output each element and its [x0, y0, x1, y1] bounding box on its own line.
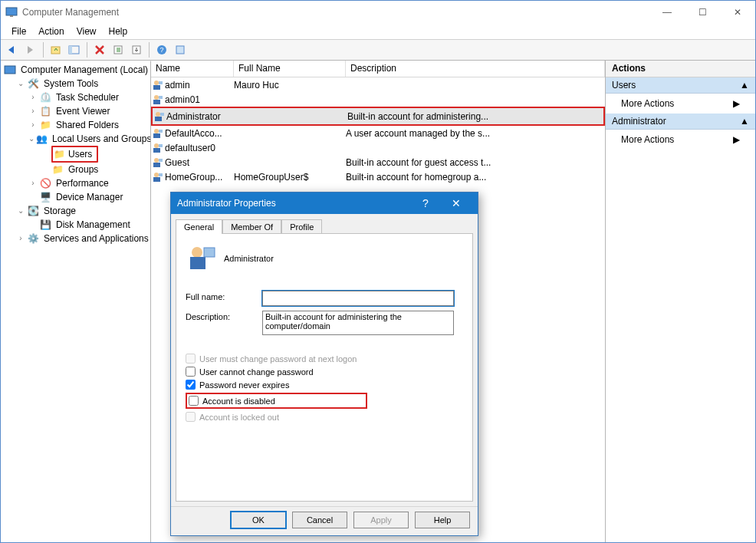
- svg-point-29: [154, 173, 159, 177]
- up-button[interactable]: [48, 41, 64, 58]
- help-button[interactable]: ?: [153, 41, 170, 58]
- properties-button[interactable]: [172, 41, 189, 58]
- col-description[interactable]: Description: [346, 61, 605, 77]
- user-icon: [151, 157, 165, 168]
- description-input[interactable]: [262, 311, 454, 335]
- actions-more-2[interactable]: More Actions▶: [606, 130, 755, 150]
- dialog-body: Administrator Full name: Description: Us…: [176, 233, 473, 502]
- fullname-input[interactable]: [262, 291, 454, 306]
- user-icon: [151, 80, 165, 90]
- user-icon: [186, 243, 216, 274]
- chevron-right-icon: ▶: [733, 134, 740, 145]
- ok-button[interactable]: OK: [231, 512, 286, 528]
- chevron-right-icon: ▶: [733, 98, 740, 109]
- close-button[interactable]: ✕: [720, 1, 755, 24]
- toolbar: ?: [1, 39, 755, 61]
- dialog-titlebar: Administrator Properties ? ✕: [171, 193, 478, 214]
- dialog-help-btn[interactable]: Help: [415, 512, 470, 528]
- menu-view[interactable]: View: [71, 25, 103, 38]
- dialog-help-button[interactable]: ?: [410, 197, 441, 209]
- user-row[interactable]: defaultuser0: [151, 140, 605, 155]
- tree-shared-folders[interactable]: ›📁Shared Folders: [28, 118, 150, 132]
- menu-file[interactable]: File: [5, 25, 32, 38]
- svg-rect-13: [159, 81, 163, 84]
- tree-users[interactable]: 📁Users: [41, 146, 150, 163]
- user-icon: [153, 111, 166, 122]
- tree-performance[interactable]: ›🚫Performance: [28, 176, 150, 190]
- col-fullname[interactable]: Full Name: [234, 61, 346, 77]
- svg-text:?: ?: [159, 46, 163, 54]
- svg-rect-30: [153, 177, 160, 182]
- svg-rect-27: [153, 163, 160, 167]
- delete-button[interactable]: [91, 41, 108, 58]
- user-row[interactable]: GuestBuilt-in account for guest access t…: [151, 155, 605, 169]
- svg-point-11: [154, 81, 159, 85]
- tree-local-users-groups[interactable]: ⌄👥Local Users and Groups: [28, 132, 150, 146]
- app-icon: [5, 6, 18, 18]
- svg-point-26: [154, 158, 159, 163]
- tree-services[interactable]: ›⚙️Services and Applications: [16, 232, 150, 245]
- user-row[interactable]: AdministratorBuilt-in account for admini…: [151, 107, 605, 126]
- actions-header: Actions: [606, 61, 755, 77]
- tree-event-viewer[interactable]: ›📋Event Viewer: [28, 104, 150, 118]
- svg-rect-9: [176, 46, 184, 54]
- svg-rect-22: [159, 130, 163, 133]
- dialog-tabs: General Member Of Profile: [176, 219, 473, 233]
- col-name[interactable]: Name: [151, 61, 234, 77]
- user-row[interactable]: admin01: [151, 92, 605, 107]
- tree-groups[interactable]: 📁Groups: [41, 163, 150, 176]
- tab-profile[interactable]: Profile: [281, 219, 322, 234]
- list-header: Name Full Name Description: [151, 61, 605, 77]
- chk-never-expires[interactable]: Password never expires: [186, 380, 463, 390]
- tree-system-tools[interactable]: ⌄🛠️System Tools: [16, 77, 150, 90]
- dialog-title: Administrator Properties: [177, 198, 410, 209]
- chk-account-disabled[interactable]: Account is disabled: [189, 396, 275, 406]
- minimize-button[interactable]: —: [649, 1, 685, 24]
- back-button[interactable]: [4, 41, 21, 58]
- actions-group-users[interactable]: Users▲: [606, 77, 755, 94]
- maximize-button[interactable]: ☐: [685, 1, 720, 24]
- svg-rect-19: [160, 113, 164, 116]
- tree-task-scheduler[interactable]: ›⏲️Task Scheduler: [28, 90, 150, 104]
- forward-button[interactable]: [22, 41, 39, 58]
- titlebar: Computer Management — ☐ ✕: [1, 1, 755, 24]
- svg-rect-0: [6, 8, 17, 15]
- actions-more-1[interactable]: More Actions▶: [606, 94, 755, 114]
- svg-rect-33: [190, 257, 205, 269]
- window-title: Computer Management: [22, 7, 649, 18]
- show-hide-tree-button[interactable]: [66, 41, 83, 58]
- svg-rect-12: [153, 85, 160, 90]
- cancel-button[interactable]: Cancel: [292, 512, 347, 528]
- menu-help[interactable]: Help: [103, 25, 134, 38]
- user-row[interactable]: DefaultAcco...A user account managed by …: [151, 126, 605, 140]
- chk-must-change: User must change password at next logon: [186, 354, 463, 364]
- tree-device-manager[interactable]: 🖥️Device Manager: [28, 190, 150, 204]
- tree-root[interactable]: Computer Management (Local): [4, 63, 150, 77]
- menu-action[interactable]: Action: [32, 25, 70, 38]
- actions-pane: Actions Users▲ More Actions▶ Administrat…: [606, 61, 755, 542]
- svg-rect-2: [51, 47, 60, 54]
- description-label: Description:: [186, 311, 262, 321]
- dialog-close-button[interactable]: ✕: [441, 197, 472, 209]
- svg-point-32: [192, 247, 202, 258]
- dialog-username: Administrator: [224, 254, 274, 263]
- user-row[interactable]: adminMauro Huc: [151, 77, 605, 92]
- tab-member-of[interactable]: Member Of: [222, 219, 281, 234]
- svg-rect-16: [159, 96, 163, 99]
- chk-locked-out: Account is locked out: [186, 412, 463, 422]
- tree-disk-management[interactable]: 💾Disk Management: [28, 218, 150, 232]
- refresh-button[interactable]: [110, 41, 127, 58]
- tree-pane[interactable]: Computer Management (Local) ⌄🛠️System To…: [1, 61, 151, 542]
- tree-storage[interactable]: ⌄💽Storage: [16, 204, 150, 218]
- apply-button[interactable]: Apply: [353, 512, 409, 528]
- actions-group-admin[interactable]: Administrator▲: [606, 114, 755, 130]
- chk-cannot-change[interactable]: User cannot change password: [186, 367, 463, 377]
- svg-point-17: [156, 112, 160, 117]
- export-button[interactable]: [128, 41, 145, 58]
- user-row[interactable]: HomeGroup...HomeGroupUser$Built-in accou…: [151, 169, 605, 184]
- user-icon: [151, 128, 165, 139]
- user-icon: [151, 172, 165, 183]
- menubar: File Action View Help: [1, 24, 755, 39]
- tab-general[interactable]: General: [176, 219, 222, 234]
- svg-rect-31: [159, 173, 163, 176]
